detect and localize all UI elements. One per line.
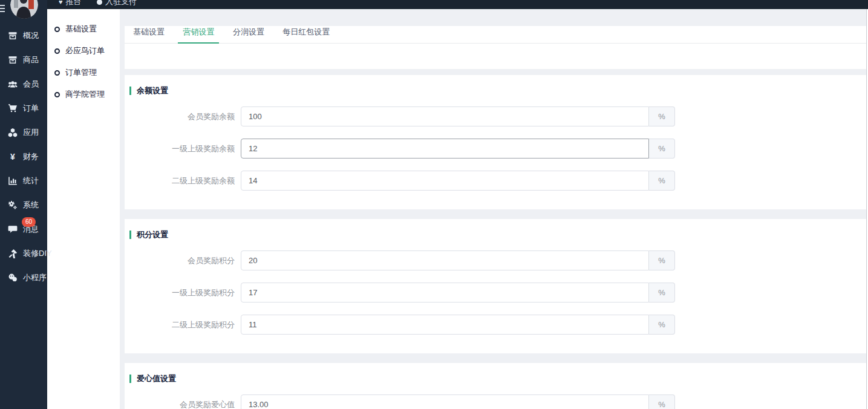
percent-addon: % xyxy=(649,394,675,409)
circle-icon xyxy=(54,27,60,32)
sidebar-item-label: 装修DIY xyxy=(23,248,52,259)
love-value-settings-section: 爱心值设置 会员奖励爱心值 % % xyxy=(125,363,866,409)
sidebar-item-label: 统计 xyxy=(23,175,39,186)
percent-addon: % xyxy=(649,139,675,159)
percent-addon: % xyxy=(649,283,675,303)
input-group: % xyxy=(241,250,675,270)
sidebar-item-overview[interactable]: 概况 xyxy=(0,24,47,48)
orders-icon xyxy=(7,103,18,113)
field-row: 二级上级奖励余额 % xyxy=(125,171,866,191)
tab-daily-redpacket-settings[interactable]: 每日红包设置 xyxy=(278,27,334,43)
topbar-item-label: 推台 xyxy=(66,0,82,7)
level1-parent-reward-points-input[interactable] xyxy=(241,283,649,303)
settings-tabs: 基础设置 营销设置 分润设置 每日红包设置 xyxy=(125,26,866,44)
sidebar-item-label: 订单 xyxy=(23,103,39,114)
submenu-item-order-management[interactable]: 订单管理 xyxy=(47,62,120,83)
points-settings-section: 积分设置 会员奖励积分 % 一级上级奖励积分 % 二级上级奖励积分 % xyxy=(125,219,866,353)
sidebar-item-members[interactable]: 会员 xyxy=(0,72,47,96)
sidebar-item-label: 概况 xyxy=(23,30,39,41)
heart-icon: ♥ xyxy=(59,0,63,5)
sidebar-item-messages[interactable]: 消息 60 xyxy=(0,217,47,241)
field-label: 会员奖励爱心值 xyxy=(125,399,241,409)
main-content: 基础设置 营销设置 分润设置 每日红包设置 余额设置 会员奖励余额 % 一级上级… xyxy=(120,9,867,409)
topbar-item-settle-pay[interactable]: 入驻支付 xyxy=(97,0,137,7)
input-group: % xyxy=(241,315,675,335)
level2-parent-reward-points-input[interactable] xyxy=(241,315,649,335)
circle-icon xyxy=(54,92,60,97)
submenu-item-label: 基础设置 xyxy=(65,24,97,34)
percent-addon: % xyxy=(649,171,675,191)
members-icon xyxy=(7,79,18,89)
circle-icon xyxy=(54,70,60,76)
section-marker-bar xyxy=(129,375,131,383)
submenu-item-label: 必应鸟订单 xyxy=(65,45,105,56)
section-title-text: 余额设置 xyxy=(137,85,168,96)
submenu-item-label: 订单管理 xyxy=(65,67,97,78)
section-title-text: 爱心值设置 xyxy=(137,373,176,384)
sidebar-item-label: 财务 xyxy=(23,151,39,162)
level2-parent-reward-balance-input[interactable] xyxy=(241,171,649,191)
member-reward-love-value-input[interactable] xyxy=(241,394,649,409)
goods-icon xyxy=(7,55,18,65)
submenu-item-label: 商学院管理 xyxy=(65,89,105,100)
topbar-item-platform[interactable]: ♥ 推台 xyxy=(59,0,82,7)
field-label: 一级上级奖励余额 xyxy=(125,143,241,154)
field-label: 会员奖励余额 xyxy=(125,111,241,122)
stats-icon xyxy=(7,176,18,186)
field-row: 会员奖励余额 % xyxy=(125,106,866,126)
submenu-item-academy-management[interactable]: 商学院管理 xyxy=(47,83,120,105)
menu-toggle-icon[interactable] xyxy=(0,3,5,14)
sidebar-item-system[interactable]: 系统 xyxy=(0,193,47,217)
tab-basic-settings[interactable]: 基础设置 xyxy=(128,27,169,43)
circle-icon xyxy=(54,48,60,54)
member-reward-balance-input[interactable] xyxy=(241,106,649,126)
sidebar-item-label: 系统 xyxy=(23,200,39,211)
sidebar-item-finance[interactable]: ¥ 财务 xyxy=(0,145,47,169)
sidebar-item-label: 小程序 xyxy=(23,272,47,283)
sidebar-item-label: 商品 xyxy=(23,54,39,65)
sidebar-item-orders[interactable]: 订单 xyxy=(0,96,47,120)
tabs-card: 基础设置 营销设置 分润设置 每日红包设置 xyxy=(125,26,866,69)
avatar[interactable] xyxy=(10,0,38,19)
apps-icon xyxy=(7,128,18,137)
field-row: 一级上级奖励余额 % xyxy=(125,139,866,159)
field-label: 二级上级奖励余额 xyxy=(125,175,241,186)
overview-icon xyxy=(7,31,18,41)
input-group: % xyxy=(241,139,675,159)
input-group: % xyxy=(241,171,675,191)
message-count-badge: 60 xyxy=(22,217,36,227)
section-title-text: 积分设置 xyxy=(137,229,168,240)
section-title: 爱心值设置 xyxy=(129,373,866,384)
input-group: % xyxy=(241,283,675,303)
field-label: 会员奖励积分 xyxy=(125,255,241,266)
submenu-item-basic-settings[interactable]: 基础设置 xyxy=(47,18,120,40)
sidebar-item-diy[interactable]: 装修DIY xyxy=(0,241,47,266)
diy-icon xyxy=(7,249,18,258)
message-icon xyxy=(7,224,18,234)
finance-icon: ¥ xyxy=(7,152,18,162)
tab-marketing-settings[interactable]: 营销设置 xyxy=(178,27,219,43)
topbar: ♥ 推台 入驻支付 xyxy=(0,0,868,9)
field-row: 会员奖励爱心值 % xyxy=(125,394,866,409)
field-label: 二级上级奖励积分 xyxy=(125,319,241,330)
submenu-item-bird-orders[interactable]: 必应鸟订单 xyxy=(47,40,120,62)
level1-parent-reward-balance-input[interactable] xyxy=(241,139,649,159)
sidebar-item-miniprogram[interactable]: 小程序 xyxy=(0,266,47,290)
sidebar-item-label: 应用 xyxy=(23,127,39,138)
sidebar-item-goods[interactable]: 商品 xyxy=(0,48,47,72)
sidebar-item-stats[interactable]: 统计 xyxy=(0,169,47,193)
member-reward-points-input[interactable] xyxy=(241,250,649,270)
field-row: 二级上级奖励积分 % xyxy=(125,315,866,335)
percent-addon: % xyxy=(649,315,675,335)
bubble-icon xyxy=(97,0,102,5)
balance-settings-section: 余额设置 会员奖励余额 % 一级上级奖励余额 % 二级上级奖励余额 % xyxy=(125,75,866,209)
topbar-item-label: 入驻支付 xyxy=(105,0,137,7)
field-row: 一级上级奖励积分 % xyxy=(125,283,866,303)
primary-sidebar: 概况 商品 会员 订单 应用 ¥ 财务 xyxy=(0,0,47,409)
section-marker-bar xyxy=(129,87,131,95)
sidebar-item-apps[interactable]: 应用 xyxy=(0,120,47,145)
section-title: 余额设置 xyxy=(129,85,866,96)
section-title: 积分设置 xyxy=(129,229,866,240)
tab-profit-settings[interactable]: 分润设置 xyxy=(228,27,269,43)
field-row: 会员奖励积分 % xyxy=(125,250,866,270)
